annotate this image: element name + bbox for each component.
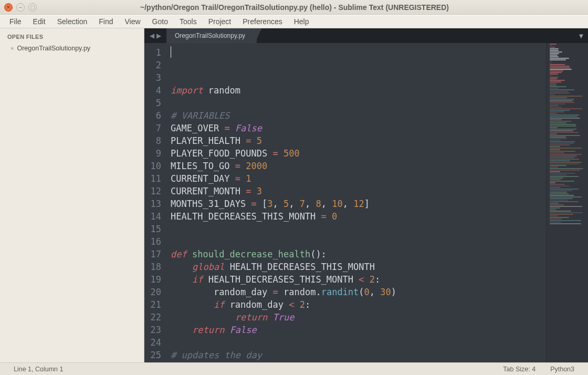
window-title: ~/python/Oregon Trail/OregonTrailSolutio… [37,3,552,12]
code-line[interactable]: CURRENT_MONTH = 3 [171,185,546,197]
window-close-button[interactable]: ✕ [4,3,13,12]
code-line[interactable]: return True [171,311,546,324]
code-line[interactable]: CURRENT_DAY = 1 [171,172,546,185]
tab-history-nav[interactable]: ◀ ▶ [144,28,166,43]
menu-file[interactable]: File [4,16,27,27]
code-line[interactable]: PLAYER_FOOD_POUNDS = 500 [171,147,546,160]
line-number: 4 [144,84,161,97]
line-number: 17 [144,248,161,261]
status-syntax[interactable]: Python3 [543,366,582,373]
menu-help[interactable]: Help [289,16,314,27]
line-number: 5 [144,97,161,109]
code-line[interactable]: if random_day < 2: [171,298,546,311]
menu-view[interactable]: View [120,16,146,27]
line-number: 20 [144,286,161,298]
line-number: 11 [144,172,161,185]
line-number: 6 [144,109,161,122]
menu-selection[interactable]: Selection [52,16,93,27]
sidebar-header: OPEN FILES [0,32,144,43]
code-line[interactable]: GAME_OVER = False [171,122,546,134]
code-line[interactable]: # VARIABLES [171,109,546,122]
code-line[interactable]: MILES_TO_GO = 2000 [171,160,546,172]
line-number: 24 [144,336,161,349]
text-cursor [171,46,171,58]
nav-forward-icon[interactable]: ▶ [156,32,161,39]
code-content[interactable]: import random # VARIABLESGAME_OVER = Fal… [165,43,546,362]
tab-overflow-button[interactable]: ▼ [574,28,588,43]
line-number: 22 [144,311,161,324]
tab-bar: ◀ ▶ OregonTrailSolutionpy.py ▼ [144,28,588,43]
line-number: 1 [144,46,161,59]
line-number: 15 [144,223,161,235]
code-line[interactable] [171,336,546,349]
code-line[interactable]: PLAYER_HEALTH = 5 [171,134,546,147]
titlebar: ✕ – ⬚ ~/python/Oregon Trail/OregonTrailS… [0,0,588,15]
menu-project[interactable]: Project [203,16,237,27]
code-line[interactable]: if HEALTH_DECREASES_THIS_MONTH < 2: [171,273,546,286]
tab-label: OregonTrailSolutionpy.py [175,32,245,39]
code-line[interactable]: import random [171,84,546,97]
close-file-icon[interactable]: × [10,45,14,51]
menu-preferences[interactable]: Preferences [237,16,287,27]
code-line[interactable]: return False [171,324,546,336]
code-line[interactable] [171,235,546,248]
line-number: 16 [144,235,161,248]
line-number: 14 [144,210,161,223]
line-number: 19 [144,273,161,286]
line-number: 8 [144,134,161,147]
line-number: 7 [144,122,161,134]
line-number: 9 [144,147,161,160]
code-line[interactable]: random_day = random.randint(0, 30) [171,286,546,298]
line-number: 21 [144,298,161,311]
line-number: 18 [144,261,161,273]
menu-find[interactable]: Find [93,16,118,27]
menu-goto[interactable]: Goto [147,16,173,27]
code-line[interactable]: HEALTH_DECREASES_THIS_MONTH = 0 [171,210,546,223]
status-tab-size[interactable]: Tab Size: 4 [496,366,543,373]
sidebar-item-open-file[interactable]: × OregonTrailSolutionpy.py [0,43,144,54]
line-number: 25 [144,349,161,361]
code-line[interactable]: # updates the day [171,349,546,361]
line-number: 10 [144,160,161,172]
tab-file[interactable]: OregonTrailSolutionpy.py [166,28,257,43]
line-number: 2 [144,59,161,71]
nav-back-icon[interactable]: ◀ [150,32,154,39]
code-line[interactable] [171,97,546,109]
window-minimize-button[interactable]: – [16,3,25,12]
window-controls: ✕ – ⬚ [4,3,37,12]
line-number: 23 [144,324,161,336]
minimap[interactable] [546,43,588,362]
menubar: File Edit Selection Find View Goto Tools… [0,15,588,28]
status-position[interactable]: Line 1, Column 1 [6,366,71,373]
menu-edit[interactable]: Edit [28,16,51,27]
menu-tools[interactable]: Tools [174,16,202,27]
statusbar: Line 1, Column 1 Tab Size: 4 Python3 [0,362,588,375]
line-number: 13 [144,197,161,210]
sidebar: OPEN FILES × OregonTrailSolutionpy.py [0,28,144,362]
code-line[interactable]: MONTHS_31_DAYS = [3, 5, 7, 8, 10, 12] [171,197,546,210]
gutter: 1234567891011121314151617181920212223242… [144,43,165,362]
code-pane[interactable]: 1234567891011121314151617181920212223242… [144,43,588,362]
sidebar-item-label: OregonTrailSolutionpy.py [17,45,90,52]
line-number: 12 [144,185,161,197]
line-number: 3 [144,71,161,84]
main-area: OPEN FILES × OregonTrailSolutionpy.py ◀ … [0,28,588,362]
window-maximize-button[interactable]: ⬚ [28,3,37,12]
code-line[interactable]: def should_decrease_health(): [171,248,546,261]
editor-area: ◀ ▶ OregonTrailSolutionpy.py ▼ 123456789… [144,28,588,362]
code-line[interactable] [171,223,546,235]
code-line[interactable]: global HEALTH_DECREASES_THIS_MONTH [171,261,546,273]
code-line[interactable]: def add_day(): [171,361,546,362]
